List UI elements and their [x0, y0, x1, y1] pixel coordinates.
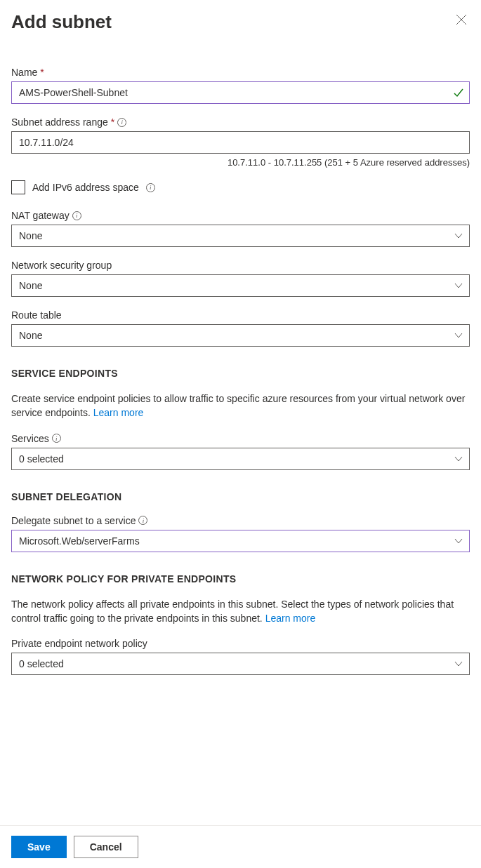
- delegate-value: Microsoft.Web/serverFarms: [19, 535, 140, 547]
- info-icon[interactable]: i: [52, 434, 61, 443]
- close-icon: [456, 14, 467, 27]
- info-icon[interactable]: i: [117, 118, 126, 127]
- network-policy-desc: The network policy affects all private e…: [11, 597, 470, 626]
- info-icon[interactable]: i: [72, 211, 81, 220]
- ipv6-checkbox[interactable]: [11, 180, 25, 194]
- cancel-button[interactable]: Cancel: [74, 836, 138, 858]
- route-select[interactable]: None: [11, 324, 470, 347]
- policy-label: Private endpoint network policy: [11, 638, 147, 649]
- network-policy-header: NETWORK POLICY FOR PRIVATE ENDPOINTS: [11, 573, 470, 585]
- service-endpoints-desc-text: Create service endpoint policies to allo…: [11, 393, 465, 418]
- nat-label: NAT gateway: [11, 210, 70, 221]
- nsg-select[interactable]: None: [11, 274, 470, 297]
- subnet-range-hint: 10.7.11.0 - 10.7.11.255 (251 + 5 Azure r…: [11, 157, 470, 168]
- nsg-label: Network security group: [11, 260, 112, 271]
- name-label: Name: [11, 67, 37, 78]
- nat-select[interactable]: None: [11, 225, 470, 247]
- check-icon: [453, 87, 464, 98]
- subnet-range-label: Subnet address range: [11, 116, 108, 128]
- route-label: Route table: [11, 309, 62, 321]
- services-value: 0 selected: [19, 453, 64, 465]
- required-indicator: *: [40, 67, 44, 78]
- info-icon[interactable]: i: [138, 516, 147, 525]
- policy-select[interactable]: 0 selected: [11, 653, 470, 675]
- delegation-header: SUBNET DELEGATION: [11, 491, 470, 502]
- ipv6-label: Add IPv6 address space: [32, 182, 139, 193]
- footer: Save Cancel: [0, 825, 481, 868]
- nsg-value: None: [19, 280, 42, 291]
- nat-value: None: [19, 230, 42, 241]
- delegate-select[interactable]: Microsoft.Web/serverFarms: [11, 530, 470, 552]
- learn-more-link[interactable]: Learn more: [93, 407, 144, 418]
- name-input[interactable]: [11, 81, 470, 104]
- close-button[interactable]: [453, 11, 470, 30]
- service-endpoints-header: SERVICE ENDPOINTS: [11, 368, 470, 379]
- required-indicator: *: [111, 116, 114, 128]
- learn-more-link[interactable]: Learn more: [265, 613, 316, 624]
- save-button[interactable]: Save: [11, 836, 67, 858]
- network-policy-desc-text: The network policy affects all private e…: [11, 599, 454, 624]
- services-label: Services: [11, 433, 49, 444]
- service-endpoints-desc: Create service endpoint policies to allo…: [11, 392, 470, 420]
- route-value: None: [19, 330, 42, 341]
- delegate-label: Delegate subnet to a service: [11, 515, 136, 526]
- policy-value: 0 selected: [19, 658, 64, 669]
- info-icon[interactable]: i: [146, 183, 155, 192]
- services-select[interactable]: 0 selected: [11, 448, 470, 470]
- subnet-range-input[interactable]: [11, 131, 470, 154]
- panel-title: Add subnet: [11, 11, 112, 33]
